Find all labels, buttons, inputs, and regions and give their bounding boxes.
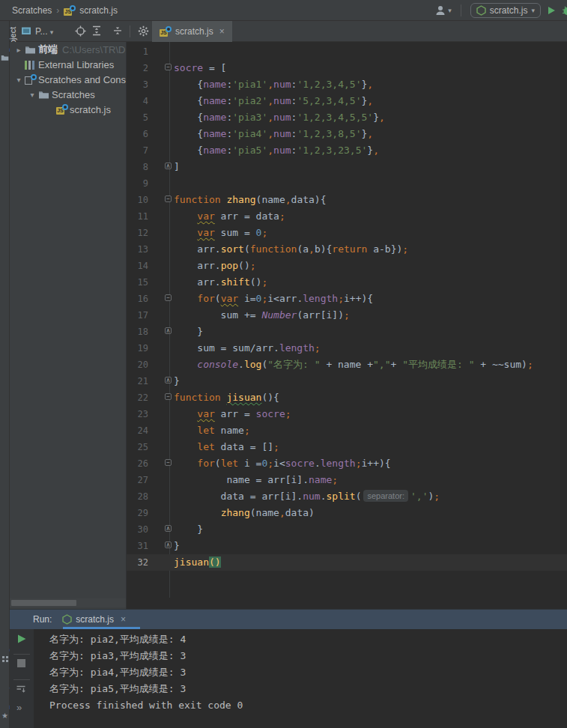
run-configuration-select[interactable]: scratch.js ▾	[470, 3, 541, 18]
chevron-icon[interactable]: ▸	[13, 46, 25, 54]
code-text[interactable]: let data = [];	[174, 439, 567, 455]
code-text[interactable]: ]	[174, 159, 567, 175]
code-line[interactable]: 22−function jisuan(){	[127, 389, 567, 406]
code-line[interactable]: 20 console.log("名字为: " + name +","+ "平均成…	[127, 357, 567, 373]
code-text[interactable]: var arr = data;	[174, 208, 567, 225]
code-text[interactable]: name = arr[i].name;	[174, 472, 567, 488]
code-line[interactable]: 27 name = arr[i].name;	[127, 472, 567, 488]
code-line[interactable]: 23 var arr = socre;	[127, 406, 567, 422]
scroll-to-end-icon[interactable]	[16, 684, 27, 695]
code-text[interactable]: {name:'pia5',num:'1,2,3,23,5'},	[174, 142, 567, 159]
code-line[interactable]: 14 arr.pop();	[127, 258, 567, 274]
code-line[interactable]: 9	[127, 175, 567, 192]
code-line[interactable]: 25 let data = [];	[127, 439, 567, 455]
tree-item[interactable]: External Libraries	[10, 57, 126, 72]
chevron-icon[interactable]: ▾	[26, 91, 38, 99]
code-line[interactable]: 19 sum = sum/arr.length;	[127, 340, 567, 357]
fold-end-icon[interactable]: ∧	[165, 163, 172, 169]
code-lines[interactable]: 12−socre = [3 {name:'pia1',num:'1,2,3,4,…	[127, 42, 567, 571]
breadcrumb-root[interactable]: Scratches	[12, 5, 52, 16]
code-line[interactable]: 6 {name:'pia4',num:'1,2,3,8,5'},	[127, 126, 567, 142]
debug-button[interactable]	[562, 5, 567, 16]
fold-end-icon[interactable]: ∧	[165, 542, 172, 548]
locate-icon[interactable]	[75, 25, 86, 37]
code-line[interactable]: 7 {name:'pia5',num:'1,2,3,23,5'},	[127, 142, 567, 159]
code-line[interactable]: 24 let name;	[127, 422, 567, 439]
code-text[interactable]: let name;	[174, 422, 567, 439]
code-text[interactable]: zhang(name,data)	[174, 505, 567, 521]
fold-end-icon[interactable]: ∧	[165, 377, 172, 383]
code-text[interactable]: }	[174, 373, 567, 389]
stop-icon[interactable]	[17, 659, 25, 667]
code-text[interactable]	[174, 43, 567, 60]
collapse-all-icon[interactable]	[112, 25, 123, 36]
settings-gear-icon[interactable]	[138, 25, 149, 37]
code-text[interactable]: var arr = socre;	[174, 406, 567, 422]
code-line[interactable]: 31∧}	[127, 538, 567, 554]
project-tree[interactable]: ▸前端C:\Users\TR\DExternal Libraries▾Scrat…	[10, 42, 126, 609]
code-line[interactable]: 32jisuan()	[127, 554, 567, 571]
more-chevrons-icon[interactable]: »	[16, 702, 22, 713]
code-line[interactable]: 29 zhang(name,data)	[127, 505, 567, 521]
expand-all-icon[interactable]	[91, 25, 102, 36]
scrollbar-thumb[interactable]	[11, 600, 76, 606]
code-text[interactable]: arr.shift();	[174, 274, 567, 291]
code-line[interactable]: 8∧]	[127, 159, 567, 175]
code-line[interactable]: 13 arr.sort(function(a,b){return a-b});	[127, 241, 567, 258]
code-text[interactable]: function jisuan(){	[174, 389, 567, 406]
tree-item[interactable]: ▾Scratches	[10, 87, 126, 102]
console-output[interactable]: 名字为: pia2,平均成绩是: 4名字为: pia3,平均成绩是: 3名字为:…	[34, 629, 567, 728]
code-text[interactable]: sum += Number(arr[i]);	[174, 307, 567, 324]
fold-collapse-icon[interactable]: −	[165, 195, 172, 202]
code-text[interactable]: {name:'pia1',num:'1,2,3,4,5'},	[174, 76, 567, 93]
fold-collapse-icon[interactable]: −	[165, 294, 172, 301]
code-line[interactable]: 17 sum += Number(arr[i]);	[127, 307, 567, 324]
code-line[interactable]: 12 var sum = 0;	[127, 225, 567, 241]
code-text[interactable]: for(var i=0;i<arr.length;i++){	[174, 291, 567, 307]
close-icon[interactable]: ×	[219, 26, 225, 37]
fold-collapse-icon[interactable]: −	[165, 393, 172, 400]
fold-end-icon[interactable]: ∧	[165, 327, 172, 334]
chevron-icon[interactable]: ▾	[13, 76, 25, 84]
code-text[interactable]: console.log("名字为: " + name +","+ "平均成绩是:…	[174, 357, 567, 373]
run-button[interactable]	[547, 6, 556, 15]
code-line[interactable]: 16− for(var i=0;i<arr.length;i++){	[127, 291, 567, 307]
code-line[interactable]: 11 var arr = data;	[127, 208, 567, 225]
code-text[interactable]: jisuan()	[174, 554, 567, 571]
code-line[interactable]: 21∧}	[127, 373, 567, 389]
code-text[interactable]: function zhang(name,data){	[174, 192, 567, 208]
code-line[interactable]: 30∧ }	[127, 521, 567, 538]
code-text[interactable]: arr.sort(function(a,b){return a-b});	[174, 241, 567, 258]
fold-collapse-icon[interactable]: −	[165, 64, 172, 70]
code-text[interactable]: {name:'pia3',num:'1,2,3,4,5,5'},	[174, 109, 567, 126]
fold-collapse-icon[interactable]: −	[165, 459, 172, 466]
code-text[interactable]: var sum = 0;	[174, 225, 567, 241]
editor-tab-scratch-js[interactable]: JS scratch.js ×	[152, 21, 232, 42]
code-line[interactable]: 3 {name:'pia1',num:'1,2,3,4,5'},	[127, 76, 567, 93]
tree-item[interactable]: ▸前端C:\Users\TR\D	[10, 42, 126, 57]
code-line[interactable]: 18∧ }	[127, 324, 567, 340]
project-view-dropdown[interactable]: P... ▾	[35, 26, 53, 37]
code-text[interactable]: arr.pop();	[174, 258, 567, 274]
code-text[interactable]: data = arr[i].num.split(separator:',');	[174, 488, 567, 505]
tree-item[interactable]: JSscratch.js	[10, 102, 126, 117]
code-text[interactable]: {name:'pia4',num:'1,2,3,8,5'},	[174, 126, 567, 142]
code-text[interactable]: sum = sum/arr.length;	[174, 340, 567, 357]
code-text[interactable]: }	[174, 521, 567, 538]
code-text[interactable]: }	[174, 324, 567, 340]
tree-item[interactable]: ▾Scratches and Consoles	[10, 72, 126, 87]
breadcrumb-file[interactable]: scratch.js	[79, 5, 118, 16]
code-line[interactable]: 2−socre = [	[127, 60, 567, 76]
code-line[interactable]: 4 {name:'pia2',num:'5,2,3,4,5'},	[127, 93, 567, 109]
project-view-icon[interactable]	[21, 25, 31, 36]
rerun-icon[interactable]	[16, 634, 27, 644]
fold-end-icon[interactable]: ∧	[165, 525, 172, 532]
code-line[interactable]: 1	[127, 43, 567, 60]
code-text[interactable]	[174, 175, 567, 192]
code-text[interactable]: {name:'pia2',num:'5,2,3,4,5'},	[174, 93, 567, 109]
code-line[interactable]: 10−function zhang(name,data){	[127, 192, 567, 208]
code-text[interactable]: for(let i =0;i<socre.length;i++){	[174, 455, 567, 472]
code-line[interactable]: 28 data = arr[i].num.split(separator:','…	[127, 488, 567, 505]
code-text[interactable]: }	[174, 538, 567, 554]
close-icon[interactable]: ×	[121, 614, 126, 625]
